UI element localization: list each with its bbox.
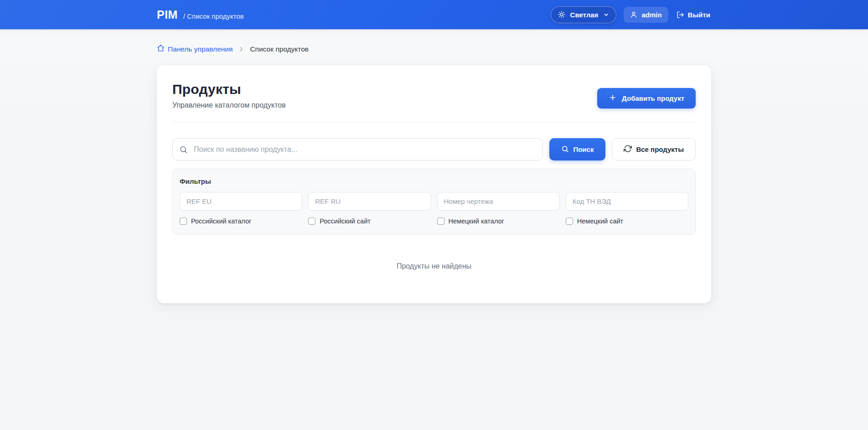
filters-panel: Фильтры Российский каталог Российский са… (172, 169, 696, 235)
top-navbar: PIM / Список продуктов Светлая (0, 0, 868, 29)
main-content: Панель управления Список продуктов Проду… (157, 44, 711, 303)
empty-state: Продукты не найдены (172, 235, 696, 303)
filters-inputs-row (180, 192, 688, 211)
navbar-brand: PIM / Список продуктов (157, 8, 244, 21)
theme-toggle-label: Светлая (570, 11, 599, 19)
filter-tn-ved-code-input[interactable] (566, 192, 688, 211)
all-products-label: Все продукты (636, 145, 684, 153)
empty-state-message: Продукты не найдены (172, 262, 696, 270)
user-menu-label: admin (641, 11, 661, 19)
user-menu-button[interactable]: admin (624, 7, 668, 23)
search-button[interactable]: Поиск (549, 138, 605, 161)
russian-catalog-label: Российский каталог (191, 218, 252, 225)
chevron-right-icon (238, 46, 244, 52)
theme-toggle-button[interactable]: Светлая (551, 6, 617, 23)
russian-site-checkbox[interactable] (308, 218, 315, 225)
chevron-down-icon (603, 12, 609, 18)
search-field-wrap (172, 138, 543, 161)
filters-title: Фильтры (180, 177, 688, 185)
breadcrumb-current: Список продуктов (250, 45, 309, 53)
app-logo[interactable]: PIM (157, 8, 178, 21)
sun-icon (558, 11, 565, 18)
header-divider (172, 122, 696, 122)
logout-label: Выйти (688, 11, 710, 19)
page-title: Продукты (172, 82, 286, 97)
search-row: Поиск Все продукты (172, 138, 696, 161)
checkbox-german-site[interactable]: Немецкий сайт (566, 218, 688, 225)
german-site-label: Немецкий сайт (577, 218, 624, 225)
navbar-actions: Светлая admin (551, 6, 711, 23)
logout-button[interactable]: Выйти (676, 7, 711, 23)
filter-ref-eu-input[interactable] (180, 192, 302, 211)
russian-site-label: Российский сайт (320, 218, 371, 225)
german-site-checkbox[interactable] (566, 218, 573, 225)
filter-drawing-number-input[interactable] (437, 192, 560, 211)
russian-catalog-checkbox[interactable] (180, 218, 187, 225)
plus-icon (609, 93, 617, 103)
all-products-button[interactable]: Все продукты (612, 138, 696, 161)
card-header: Продукты Управление каталогом продуктов … (172, 82, 696, 109)
navbar-page-subtitle: / Список продуктов (183, 12, 244, 20)
logout-icon (677, 11, 684, 19)
add-product-button[interactable]: Добавить продукт (597, 88, 696, 109)
products-card: Продукты Управление каталогом продуктов … (157, 65, 711, 303)
german-catalog-checkbox[interactable] (437, 218, 444, 225)
page-subtitle: Управление каталогом продуктов (172, 101, 286, 109)
german-catalog-label: Немецкий каталог (449, 218, 504, 225)
filter-ref-ru-input[interactable] (308, 192, 431, 211)
filters-checkboxes-row: Российский каталог Российский сайт Немец… (180, 218, 688, 225)
checkbox-russian-site[interactable]: Российский сайт (308, 218, 431, 225)
search-button-icon (561, 145, 569, 154)
card-header-text: Продукты Управление каталогом продуктов (172, 82, 286, 109)
search-input[interactable] (172, 138, 543, 161)
checkbox-german-catalog[interactable]: Немецкий каталог (437, 218, 560, 225)
add-product-label: Добавить продукт (622, 94, 684, 102)
breadcrumb-home-label: Панель управления (168, 45, 232, 53)
home-icon (157, 44, 165, 54)
search-button-label: Поиск (573, 145, 594, 153)
refresh-icon (624, 145, 632, 154)
breadcrumb-home-link[interactable]: Панель управления (157, 44, 232, 54)
user-icon (630, 11, 637, 18)
breadcrumb: Панель управления Список продуктов (157, 44, 711, 54)
checkbox-russian-catalog[interactable]: Российский каталог (180, 218, 302, 225)
